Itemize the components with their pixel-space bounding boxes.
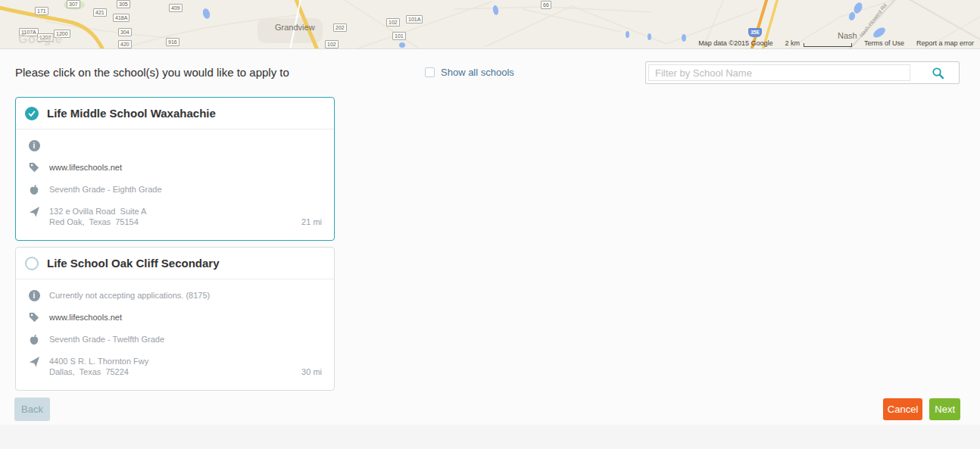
info-icon: i: [28, 290, 40, 301]
distance-label: 30 mi: [301, 367, 322, 376]
route-shield: 171: [35, 7, 48, 15]
scale-label: 2 km: [785, 39, 800, 47]
lake: [626, 31, 629, 38]
website-row: www.lifeschools.net: [28, 312, 322, 323]
route-shield: 101A: [406, 15, 423, 23]
info-icon: i: [28, 140, 40, 151]
school-selection-page: 171307421305418A4091107A1202120030442091…: [0, 0, 980, 449]
interstate-shield: 35E: [748, 28, 762, 37]
school-card-body: i Currently not accepting applications. …: [16, 279, 334, 377]
map-scale: 2 km: [785, 39, 852, 47]
route-shield: 202: [333, 23, 347, 32]
info-text: Currently not accepting applications. (8…: [49, 290, 210, 301]
show-all-schools-checkbox[interactable]: Show all schools: [425, 67, 514, 78]
school-card-header[interactable]: Life School Oak Cliff Secondary: [16, 248, 334, 279]
checkbox-label: Show all schools: [441, 67, 514, 78]
terms-of-use-link[interactable]: Terms of Use: [864, 39, 904, 47]
route-shield: 409: [169, 4, 183, 12]
route-shield: 418A: [113, 14, 130, 22]
lake: [648, 33, 651, 40]
report-map-error-link[interactable]: Report a map error: [916, 39, 974, 47]
school-card[interactable]: Life School Oak Cliff Secondary i Curren…: [15, 247, 335, 391]
info-row: i: [28, 140, 322, 151]
cancel-button[interactable]: Cancel: [883, 398, 922, 420]
apple-icon: [28, 184, 40, 195]
school-name: Life School Oak Cliff Secondary: [47, 257, 220, 270]
search-button[interactable]: [916, 62, 959, 83]
selected-check-icon[interactable]: [25, 107, 39, 120]
school-website: www.lifeschools.net: [49, 162, 122, 173]
map-attribution: Map data ©2015 Google 2 km Terms of Use …: [698, 39, 974, 47]
route-shield: 916: [166, 38, 179, 46]
school-address: 4400 S R. L. Thornton FwyDallas, Texas 7…: [49, 356, 148, 377]
route-shield: 101: [392, 32, 406, 40]
school-website: www.lifeschools.net: [49, 312, 122, 323]
route-shield: 102: [325, 40, 339, 48]
website-row: www.lifeschools.net: [28, 162, 322, 173]
route-shield: 421: [93, 8, 107, 17]
route-shield: 307: [67, 0, 80, 8]
map[interactable]: 171307421305418A4091107A1202120030442091…: [0, 0, 980, 49]
next-button[interactable]: Next: [929, 398, 960, 420]
school-grades: Seventh Grade - Twelfth Grade: [49, 334, 164, 345]
unselected-radio-icon[interactable]: [25, 257, 39, 270]
scale-bar: [804, 43, 852, 47]
school-grades: Seventh Grade - Eighth Grade: [49, 184, 162, 195]
location-arrow-icon: [28, 356, 40, 367]
lake: [399, 42, 405, 48]
lake: [682, 34, 686, 42]
school-card-body: i www.lifeschools.net Seventh Grade - Ei…: [16, 129, 334, 227]
route-shield: 304: [118, 28, 132, 36]
address-row: 4400 S R. L. Thornton FwyDallas, Texas 7…: [28, 356, 322, 377]
route-shield: 102: [386, 18, 400, 27]
info-row: i Currently not accepting applications. …: [28, 290, 322, 301]
location-arrow-icon: [28, 206, 40, 217]
distance-label: 21 mi: [301, 217, 322, 226]
school-card-header[interactable]: Life Middle School Waxahachie: [16, 98, 334, 129]
route-shield: 420: [118, 40, 132, 48]
filter-input[interactable]: [648, 64, 910, 81]
search-icon: [932, 67, 944, 80]
footer-actions: Cancel Next: [883, 398, 960, 420]
map-data-text: Map data ©2015 Google: [698, 39, 772, 47]
route-shield: 305: [117, 0, 130, 8]
school-address: 132 e Ovilla Road Suite ARed Oak, Texas …: [49, 206, 146, 227]
school-name: Life Middle School Waxahachie: [47, 107, 216, 120]
apple-icon: [28, 334, 40, 345]
route-shield: 66: [541, 1, 551, 9]
town-label: Grandview: [275, 23, 315, 32]
school-filter: [645, 61, 960, 84]
school-card[interactable]: Life Middle School Waxahachie i www.life…: [15, 97, 335, 241]
grades-row: Seventh Grade - Twelfth Grade: [28, 334, 322, 345]
checkbox-box[interactable]: [425, 67, 435, 77]
tag-icon: [28, 162, 40, 173]
tag-icon: [28, 312, 40, 323]
back-button[interactable]: Back: [14, 398, 50, 421]
grades-row: Seventh Grade - Eighth Grade: [28, 184, 322, 195]
footer-band: [0, 425, 980, 449]
google-logo[interactable]: Google: [18, 33, 62, 46]
page-title: Please click on the school(s) you would …: [15, 66, 289, 79]
address-row: 132 e Ovilla Road Suite ARed Oak, Texas …: [28, 206, 322, 227]
